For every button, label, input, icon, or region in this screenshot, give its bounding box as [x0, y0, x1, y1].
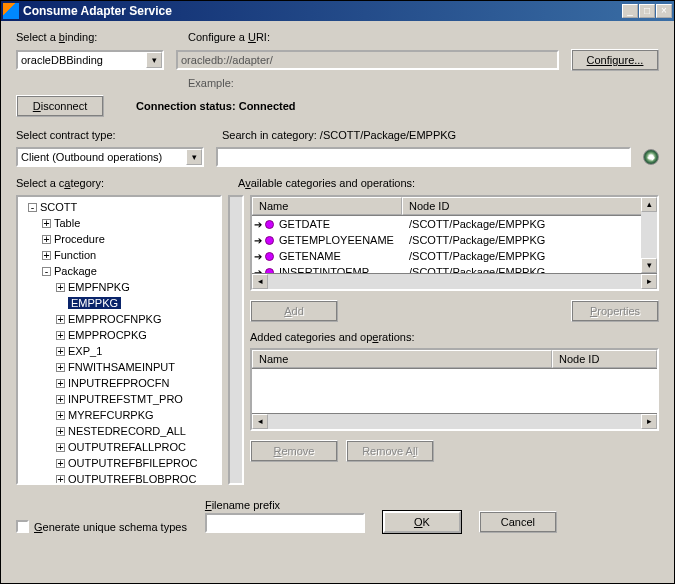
uri-field: [176, 50, 559, 70]
available-label: Available categories and operations:: [238, 177, 415, 189]
add-button[interactable]: Add: [250, 300, 338, 322]
list-item[interactable]: ➔GETDATE/SCOTT/Package/EMPPKG: [252, 216, 657, 232]
window-title: Consume Adapter Service: [23, 4, 622, 18]
configure-button[interactable]: Configure...: [571, 49, 659, 71]
tree-node-pkg[interactable]: +OUTPUTREFBLOBPROC: [56, 471, 218, 485]
tree-node-pkg[interactable]: +FNWITHSAMEINPUT: [56, 359, 218, 375]
minimize-button[interactable]: _: [622, 4, 638, 18]
disconnect-button[interactable]: Disconnect: [16, 95, 104, 117]
operation-icon: [264, 219, 274, 229]
tree-node-package[interactable]: -Package: [42, 263, 218, 279]
ok-button[interactable]: OK: [383, 511, 461, 533]
search-go-icon[interactable]: ➜: [643, 149, 659, 165]
properties-button[interactable]: Properties: [571, 300, 659, 322]
search-in-category-label: Search in category: /SCOTT/Package/EMPPK…: [222, 129, 456, 141]
tree-node-pkg[interactable]: +NESTEDRECORD_ALL: [56, 423, 218, 439]
tree-node-table[interactable]: +Table: [42, 215, 218, 231]
added-label: Added categories and operations:: [250, 331, 659, 343]
available-list[interactable]: Name Node ID ➔GETDATE/SCOTT/Package/EMPP…: [250, 195, 659, 291]
tree-node-pkg[interactable]: +INPUTREFSTMT_PRO: [56, 391, 218, 407]
tree-node-pkg[interactable]: +EMPFNPKG: [56, 279, 218, 295]
tree-node-pkg[interactable]: +MYREFCURPKG: [56, 407, 218, 423]
added-list[interactable]: Name Node ID ◂▸: [250, 348, 659, 431]
category-tree[interactable]: - SCOTT +Table +Procedure +Function -Pac…: [16, 195, 222, 485]
col-name[interactable]: Name: [252, 197, 402, 215]
app-icon: [3, 3, 19, 19]
list-item[interactable]: ➔GETENAME/SCOTT/Package/EMPPKG: [252, 248, 657, 264]
list-scrollbar-h[interactable]: ◂▸: [252, 413, 657, 429]
tree-node-pkg[interactable]: +OUTPUTREFBFILEPROC: [56, 455, 218, 471]
configure-uri-label: Configure a URI:: [188, 31, 557, 43]
remove-all-button[interactable]: Remove All: [346, 440, 434, 462]
connection-status: Connection status: Connected: [136, 100, 296, 112]
col-nodeid[interactable]: Node ID: [552, 350, 657, 368]
contract-dropdown-button[interactable]: ▾: [186, 149, 202, 165]
col-nodeid[interactable]: Node ID: [402, 197, 657, 215]
contract-select[interactable]: [16, 147, 204, 167]
tree-node-pkg[interactable]: +EMPPROCFNPKG: [56, 311, 218, 327]
tree-node-pkg[interactable]: EMPPKG: [56, 295, 218, 311]
operation-icon: [264, 251, 274, 261]
list-scrollbar-v[interactable]: ▴▾: [641, 197, 657, 273]
select-contract-label: Select contract type:: [16, 129, 212, 141]
tree-node-pkg[interactable]: +EXP_1: [56, 343, 218, 359]
select-category-label: Select a category:: [16, 177, 226, 189]
close-button[interactable]: ×: [656, 4, 672, 18]
search-input[interactable]: [216, 147, 631, 167]
remove-button[interactable]: Remove: [250, 440, 338, 462]
tree-node-scott[interactable]: - SCOTT: [28, 199, 218, 215]
checkbox-icon[interactable]: [16, 520, 29, 533]
tree-node-pkg[interactable]: +OUTPUTREFALLPROC: [56, 439, 218, 455]
generate-unique-check[interactable]: Generate unique schema types: [16, 520, 187, 533]
col-name[interactable]: Name: [252, 350, 552, 368]
list-scrollbar-h[interactable]: ◂▸: [252, 273, 657, 289]
select-binding-label: Select a binding:: [16, 31, 176, 43]
tree-node-procedure[interactable]: +Procedure: [42, 231, 218, 247]
maximize-button[interactable]: □: [639, 4, 655, 18]
operation-icon: [264, 235, 274, 245]
filename-prefix-input[interactable]: [205, 513, 365, 533]
generate-unique-label: Generate unique schema types: [34, 521, 187, 533]
example-label: Example:: [188, 77, 234, 89]
binding-dropdown-button[interactable]: ▾: [146, 52, 162, 68]
tree-expander[interactable]: -: [28, 203, 37, 212]
cancel-button[interactable]: Cancel: [479, 511, 557, 533]
filename-prefix-label: Filename prefix: [205, 499, 365, 511]
tree-node-function[interactable]: +Function: [42, 247, 218, 263]
binding-select[interactable]: [16, 50, 164, 70]
tree-node-pkg[interactable]: +INPUTREFPROCFN: [56, 375, 218, 391]
list-item[interactable]: ➔GETEMPLOYEENAME/SCOTT/Package/EMPPKG: [252, 232, 657, 248]
tree-scrollbar[interactable]: [228, 195, 244, 485]
tree-node-pkg[interactable]: +EMPPROCPKG: [56, 327, 218, 343]
